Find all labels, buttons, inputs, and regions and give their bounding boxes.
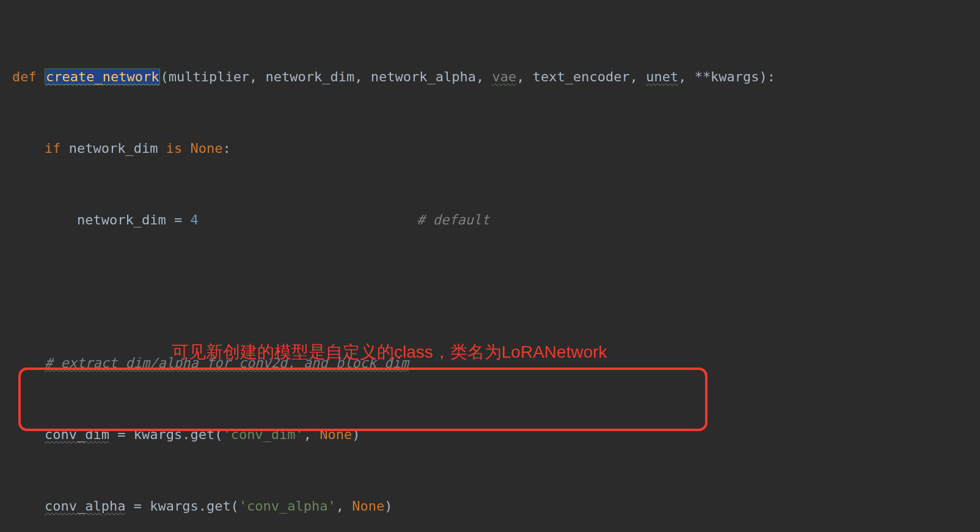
punct: ): [384, 498, 392, 514]
punct: ,: [304, 427, 320, 442]
params: , **kwargs):: [678, 69, 775, 84]
params: (multiplier, network_dim, network_alpha,: [160, 69, 492, 84]
function-name[interactable]: create_network: [45, 68, 160, 85]
code-line[interactable]: conv_dim = kwargs.get('conv_dim', None): [12, 423, 980, 446]
keyword-none: None: [190, 141, 222, 156]
keyword-is: is: [166, 141, 191, 156]
code-editor[interactable]: ▸def create_network(multiplier, network_…: [0, 0, 980, 532]
code-line[interactable]: if network_dim is None:: [12, 136, 980, 160]
identifier: conv_alpha: [45, 498, 125, 514]
code: = kwargs.get(: [125, 498, 238, 514]
comment: # default: [417, 212, 489, 227]
string: 'conv_dim': [222, 427, 303, 442]
identifier: network_dim: [69, 141, 166, 156]
punct: :: [222, 141, 230, 156]
param: unet: [646, 69, 678, 84]
code-line[interactable]: network_dim = 4 # default: [12, 208, 980, 232]
number: 4: [190, 212, 198, 227]
identifier: network_dim =: [77, 212, 190, 227]
code: = kwargs.get(: [109, 427, 222, 442]
keyword-if: if: [45, 141, 69, 156]
fold-icon[interactable]: ▸: [15, 65, 20, 89]
code-line[interactable]: conv_alpha = kwargs.get('conv_alpha', No…: [12, 494, 980, 518]
params: , text_encoder,: [516, 69, 646, 84]
keyword-none: None: [320, 427, 352, 442]
punct: ): [352, 427, 360, 442]
blank-line: [12, 279, 980, 303]
annotation-text: 可见新创建的模型是自定义的class，类名为LoRANetwork: [172, 340, 607, 364]
annotation-box: [18, 368, 708, 431]
punct: ,: [336, 498, 353, 514]
param-unused: vae: [492, 69, 516, 84]
identifier: conv_dim: [45, 427, 109, 442]
keyword-none: None: [352, 498, 384, 514]
string: 'conv_alpha': [239, 498, 336, 514]
code-line[interactable]: ▸def create_network(multiplier, network_…: [12, 65, 980, 89]
